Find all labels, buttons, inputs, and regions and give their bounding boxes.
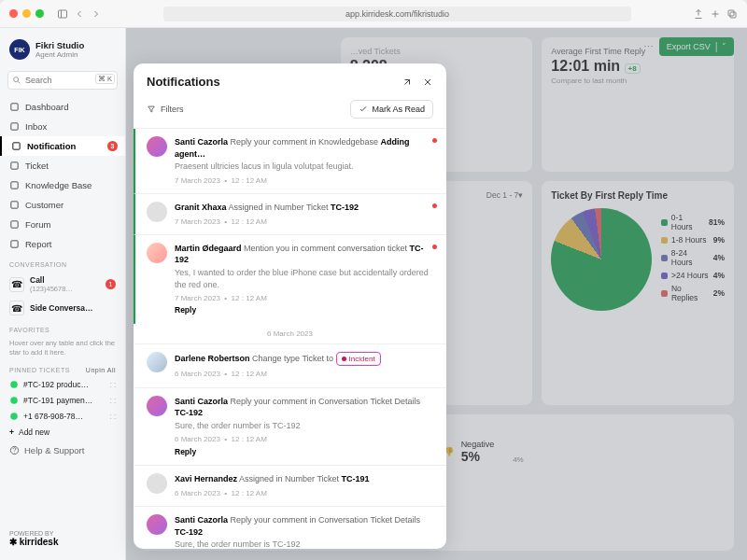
notifications-panel: Notifications Filters Mark As Read Santi…	[134, 63, 446, 549]
sidebar: FIK Fikri Studio Agent Admin ⌘ K Dashboa…	[0, 28, 126, 560]
notifications-list[interactable]: Santi Cazorla Reply your comment in Know…	[134, 129, 446, 549]
workspace-switcher[interactable]: FIK Fikri Studio Agent Admin	[0, 35, 125, 67]
mark-as-read-button[interactable]: Mark As Read	[350, 100, 433, 119]
ticket-type-tag: Incident	[336, 352, 381, 366]
notification-item[interactable]: Santi Cazorla Reply your comment in Conv…	[134, 387, 446, 466]
tabs-icon[interactable]	[726, 8, 738, 20]
nav-item-dashboard[interactable]: Dashboard	[0, 97, 125, 117]
search-icon	[12, 76, 21, 85]
unpin-icon[interactable]: ⸬	[110, 396, 116, 406]
nav-forward-icon[interactable]	[91, 8, 102, 20]
nav-label: Ticket	[25, 161, 49, 171]
bulb-icon	[9, 180, 20, 190]
avatar	[147, 473, 167, 494]
notification-item[interactable]: Santi Cazorla Reply your comment in Know…	[134, 129, 446, 193]
pinned-ticket[interactable]: +1 678-908-78…⸬	[0, 409, 125, 425]
pinned-ticket[interactable]: #TC-192 produc…⸬	[0, 377, 125, 393]
svg-point-14	[10, 381, 18, 388]
notification-item[interactable]: Granit Xhaxa Assigned in Number Ticket T…	[134, 193, 446, 234]
svg-rect-2	[728, 10, 734, 16]
avatar	[147, 396, 167, 416]
pinned-ticket[interactable]: #TC-191 paymen…⸬	[0, 393, 125, 409]
nav-label: Forum	[25, 219, 50, 230]
date-divider: 6 March 2023	[134, 324, 446, 343]
window-max-icon[interactable]	[35, 9, 44, 18]
reply-button[interactable]: Reply	[175, 447, 433, 458]
favorites-hint: Hover over any table and click the star …	[0, 337, 125, 359]
panel-title: Notifications	[147, 75, 220, 89]
window-min-icon[interactable]	[22, 9, 31, 18]
filters-button[interactable]: Filters	[147, 105, 184, 114]
whatsapp-icon	[9, 396, 19, 405]
svg-rect-8	[13, 143, 20, 149]
svg-rect-3	[730, 12, 736, 18]
svg-point-16	[10, 413, 18, 420]
conversation-item[interactable]: ☎Call(123)45678…1	[0, 272, 125, 297]
workspace-avatar: FIK	[9, 39, 30, 60]
notification-item[interactable]: Santi Cazorla Reply your comment in Conv…	[134, 506, 446, 549]
whatsapp-icon	[9, 412, 19, 421]
inbox-icon	[9, 121, 20, 132]
avatar	[147, 202, 167, 222]
svg-point-4	[14, 77, 19, 82]
nav-item-report[interactable]: Report	[0, 234, 125, 254]
share-icon[interactable]	[693, 8, 704, 20]
notification-item[interactable]: Martin Ødegaard Mention you in comment c…	[134, 234, 446, 324]
nav-label: Report	[25, 239, 52, 249]
svg-rect-7	[11, 123, 18, 130]
svg-rect-11	[11, 202, 18, 208]
nav-item-notification[interactable]: Notification3	[0, 136, 125, 156]
conversation-icon: ☎	[9, 277, 24, 292]
unpin-all-button[interactable]: Unpin All	[86, 367, 116, 373]
search-shortcut: ⌘ K	[95, 74, 115, 84]
nav-label: Notification	[27, 141, 76, 151]
avatar	[147, 352, 167, 372]
conversation-label: CONVERSATION	[0, 254, 125, 272]
favorites-label: FAVORITES	[0, 319, 125, 337]
nav-label: Knowledge Base	[25, 180, 92, 190]
bell-icon	[11, 141, 21, 151]
expand-icon[interactable]	[402, 77, 413, 88]
svg-rect-9	[11, 162, 18, 169]
browser-toolbar: app.kirridesk.com/fikristudio	[0, 0, 747, 28]
conversation-icon: ☎	[9, 301, 24, 315]
unpin-icon[interactable]: ⸬	[110, 412, 116, 422]
workspace-name: Fikri Studio	[35, 40, 84, 50]
unpin-icon[interactable]: ⸬	[110, 380, 116, 390]
window-close-icon[interactable]	[9, 9, 18, 18]
help-link[interactable]: Help & Support	[0, 440, 125, 461]
plus-icon[interactable]	[710, 8, 721, 20]
whatsapp-icon	[9, 380, 19, 389]
avatar	[147, 243, 167, 263]
nav-label: Inbox	[25, 121, 47, 132]
nav-badge: 3	[107, 141, 118, 151]
nav-item-inbox[interactable]: Inbox	[0, 117, 125, 136]
notification-item[interactable]: Darlene Robertson Change type Ticket to …	[134, 343, 446, 386]
conversation-item[interactable]: ☎Side Conversa…	[0, 297, 125, 319]
search-input-wrap: ⌘ K	[7, 71, 118, 90]
filter-icon	[147, 105, 156, 114]
sidebar-footer: POWERED BY ✱ kirridesk	[0, 525, 125, 553]
reply-button[interactable]: Reply	[175, 305, 433, 316]
add-pinned-button[interactable]: +Add new	[0, 425, 125, 440]
svg-rect-12	[11, 221, 18, 228]
nav-item-customer[interactable]: Customer	[0, 195, 125, 215]
nav-item-knowledge-base[interactable]: Knowledge Base	[0, 175, 125, 195]
svg-point-18	[14, 452, 15, 453]
conv-badge: 1	[106, 279, 116, 289]
nav-item-forum[interactable]: Forum	[0, 215, 125, 234]
help-icon	[9, 445, 20, 455]
close-icon[interactable]	[422, 77, 433, 88]
user-icon	[9, 200, 20, 210]
svg-point-15	[10, 397, 18, 404]
svg-line-5	[18, 81, 20, 83]
notification-item[interactable]: Xavi Hernandez Assigned in Number Ticket…	[134, 465, 446, 506]
workspace-role: Agent Admin	[35, 50, 84, 59]
svg-rect-0	[59, 10, 67, 18]
nav-back-icon[interactable]	[74, 8, 85, 20]
avatar	[147, 514, 167, 535]
nav-item-ticket[interactable]: Ticket	[0, 156, 125, 175]
ticket-icon	[9, 161, 20, 171]
address-bar[interactable]: app.kirridesk.com/fikristudio	[163, 7, 631, 21]
sidebar-toggle-icon[interactable]	[57, 8, 68, 20]
